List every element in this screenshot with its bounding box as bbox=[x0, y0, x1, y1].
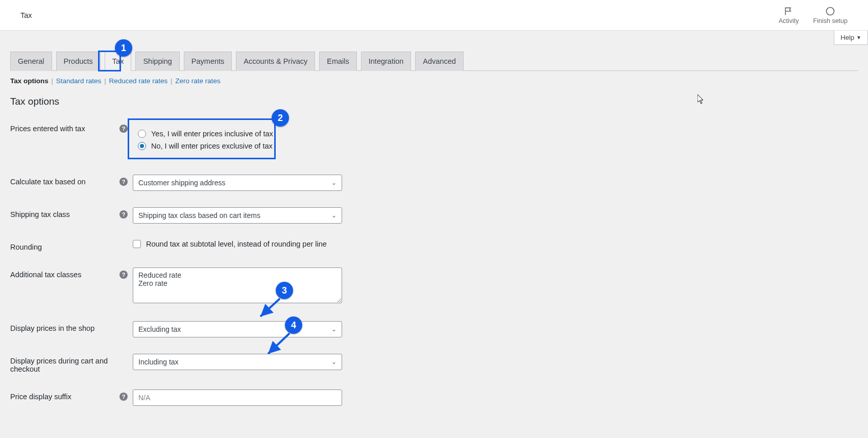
chevron-down-icon: ⌄ bbox=[331, 358, 336, 366]
annotation-badge-1: 1 bbox=[115, 39, 132, 57]
label-price-suffix: Price display suffix bbox=[10, 393, 71, 401]
label-prices-with-tax: Prices entered with tax bbox=[10, 125, 85, 133]
sub-tabs: Tax options | Standard rates | Reduced r… bbox=[10, 77, 858, 85]
svg-line-2 bbox=[268, 333, 290, 354]
checkbox-rounding[interactable] bbox=[133, 240, 141, 248]
checkbox-rounding-label: Round tax at subtotal level, instead of … bbox=[146, 240, 327, 248]
top-bar: Tax Activity Finish setup bbox=[0, 0, 868, 31]
radio-exclusive[interactable] bbox=[138, 142, 146, 150]
select-calc-based-on[interactable]: Customer shipping address ⌄ bbox=[133, 175, 342, 191]
settings-tabs: General Products Tax Shipping Payments A… bbox=[10, 51, 858, 71]
caret-down-icon: ▼ bbox=[856, 35, 861, 40]
help-tip-icon[interactable]: ? bbox=[119, 393, 128, 401]
annotation-badge-2: 2 bbox=[272, 109, 289, 127]
label-rounding: Rounding bbox=[10, 243, 42, 251]
chevron-down-icon: ⌄ bbox=[331, 179, 336, 186]
select-shipping-tax-class[interactable]: Shipping tax class based on cart items ⌄ bbox=[133, 207, 342, 224]
page-title: Tax bbox=[20, 11, 32, 19]
tab-payments[interactable]: Payments bbox=[184, 52, 232, 71]
radio-exclusive-label: No, I will enter prices exclusive of tax bbox=[151, 142, 273, 150]
subtab-zero-rates[interactable]: Zero rate rates bbox=[175, 77, 221, 85]
annotation-badge-3: 3 bbox=[276, 282, 293, 299]
help-tip-icon[interactable]: ? bbox=[119, 271, 128, 279]
chevron-down-icon: ⌄ bbox=[331, 326, 336, 333]
select-display-cart[interactable]: Including tax ⌄ bbox=[133, 354, 342, 370]
help-tip-icon[interactable]: ? bbox=[119, 125, 128, 133]
subtab-standard-rates[interactable]: Standard rates bbox=[56, 77, 102, 85]
tab-emails[interactable]: Emails bbox=[319, 52, 357, 71]
help-label: Help bbox=[840, 34, 854, 41]
svg-point-0 bbox=[827, 7, 834, 15]
activity-label: Activity bbox=[779, 17, 799, 25]
tab-shipping[interactable]: Shipping bbox=[135, 52, 179, 71]
tab-accounts-privacy[interactable]: Accounts & Privacy bbox=[236, 52, 315, 71]
help-dropdown[interactable]: Help ▼ bbox=[834, 31, 868, 45]
svg-line-1 bbox=[260, 299, 280, 317]
label-calc-based-on: Calculate tax based on bbox=[10, 178, 86, 186]
flag-icon bbox=[784, 6, 794, 16]
select-display-shop[interactable]: Excluding tax ⌄ bbox=[133, 321, 342, 337]
finish-setup-button[interactable]: Finish setup bbox=[813, 6, 848, 25]
annotation-arrow-3 bbox=[255, 296, 286, 322]
label-shipping-tax-class: Shipping tax class bbox=[10, 210, 70, 218]
subtab-tax-options[interactable]: Tax options bbox=[10, 77, 49, 85]
input-price-suffix[interactable] bbox=[133, 390, 342, 406]
help-tip-icon[interactable]: ? bbox=[119, 210, 128, 218]
select-display-cart-value: Including tax bbox=[138, 358, 179, 366]
tab-integration[interactable]: Integration bbox=[361, 52, 412, 71]
activity-button[interactable]: Activity bbox=[779, 6, 799, 25]
label-display-shop: Display prices in the shop bbox=[10, 324, 94, 332]
annotation-arrow-4 bbox=[263, 331, 296, 359]
prices-with-tax-radio-group: Yes, I will enter prices inclusive of ta… bbox=[133, 121, 281, 158]
tab-products[interactable]: Products bbox=[56, 52, 101, 71]
select-shipping-tax-class-value: Shipping tax class based on cart items bbox=[138, 211, 260, 220]
chevron-down-icon: ⌄ bbox=[331, 212, 336, 219]
select-calc-based-on-value: Customer shipping address bbox=[138, 179, 225, 187]
finish-setup-label: Finish setup bbox=[813, 17, 848, 25]
tab-general[interactable]: General bbox=[10, 52, 52, 71]
select-display-shop-value: Excluding tax bbox=[138, 325, 181, 333]
radio-inclusive[interactable] bbox=[138, 130, 146, 138]
help-tip-icon[interactable]: ? bbox=[119, 178, 128, 186]
label-display-cart: Display prices during cart and checkout bbox=[10, 357, 110, 373]
subtab-reduced-rates[interactable]: Reduced rate rates bbox=[109, 77, 167, 85]
annotation-badge-4: 4 bbox=[285, 317, 302, 334]
circle-icon bbox=[825, 6, 835, 16]
tab-advanced[interactable]: Advanced bbox=[415, 52, 464, 71]
textarea-additional-classes[interactable] bbox=[133, 267, 342, 303]
radio-inclusive-label: Yes, I will enter prices inclusive of ta… bbox=[151, 130, 273, 138]
cursor-icon bbox=[697, 94, 706, 105]
label-additional-classes: Additional tax classes bbox=[10, 271, 81, 279]
section-heading: Tax options bbox=[10, 96, 858, 107]
